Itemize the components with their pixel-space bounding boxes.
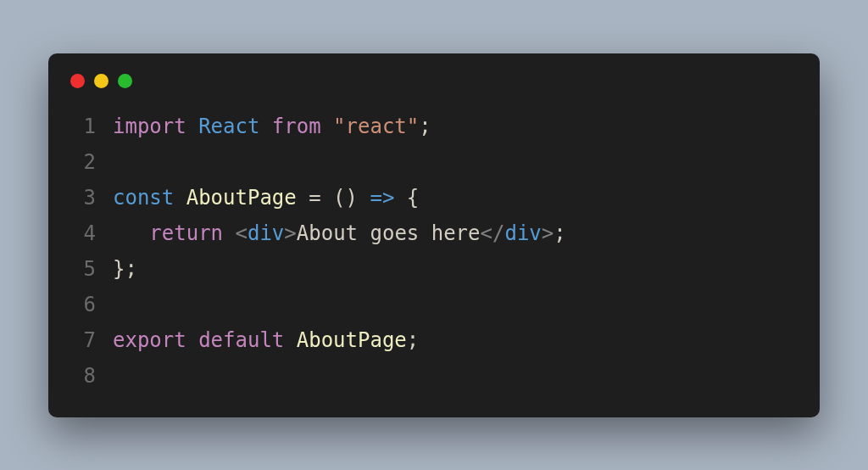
code-line: 2 bbox=[69, 144, 799, 180]
line-content: export default AboutPage; bbox=[113, 322, 419, 358]
line-number: 4 bbox=[69, 215, 96, 251]
line-number: 6 bbox=[69, 287, 96, 322]
code-line: 6 bbox=[69, 287, 799, 322]
traffic-lights bbox=[70, 74, 799, 88]
line-content: return <div>About goes here</div>; bbox=[113, 215, 566, 251]
code-line: 4 return <div>About goes here</div>; bbox=[69, 215, 799, 251]
line-number: 5 bbox=[69, 251, 96, 287]
code-line: 8 bbox=[69, 358, 799, 394]
code-window: 1import React from "react";23const About… bbox=[48, 53, 820, 417]
code-line: 1import React from "react"; bbox=[69, 109, 799, 144]
line-number: 7 bbox=[69, 322, 96, 358]
maximize-icon[interactable] bbox=[118, 74, 132, 88]
line-content: }; bbox=[113, 251, 137, 287]
line-number: 2 bbox=[69, 144, 96, 180]
line-content: const AboutPage = () => { bbox=[113, 180, 419, 215]
code-line: 7export default AboutPage; bbox=[69, 322, 799, 358]
code-line: 5}; bbox=[69, 251, 799, 287]
close-icon[interactable] bbox=[70, 74, 85, 88]
minimize-icon[interactable] bbox=[94, 74, 108, 88]
code-line: 3const AboutPage = () => { bbox=[69, 180, 799, 215]
line-content: import React from "react"; bbox=[113, 109, 431, 144]
line-number: 1 bbox=[69, 109, 96, 144]
line-number: 8 bbox=[69, 358, 96, 394]
code-block: 1import React from "react";23const About… bbox=[69, 109, 799, 394]
line-number: 3 bbox=[69, 180, 96, 215]
